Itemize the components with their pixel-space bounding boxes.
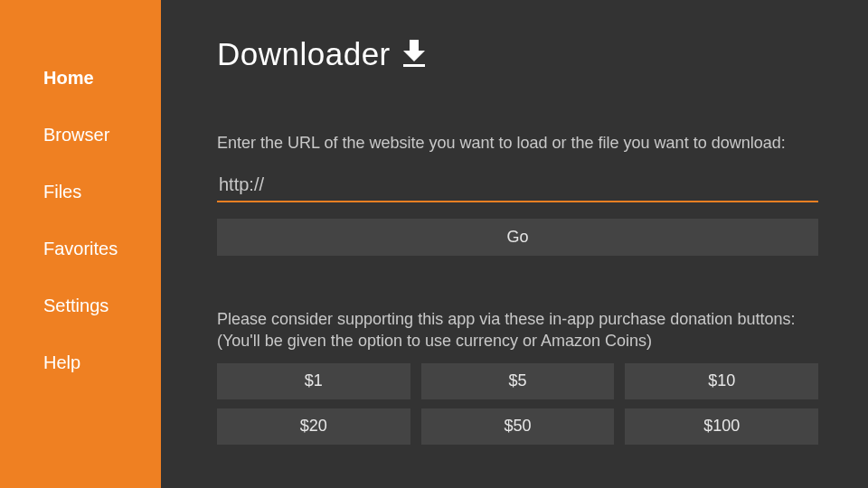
donation-button-50[interactable]: $50 — [421, 408, 615, 445]
svg-rect-0 — [403, 64, 425, 67]
sidebar-item-help[interactable]: Help — [0, 334, 161, 391]
sidebar-item-favorites[interactable]: Favorites — [0, 221, 161, 277]
download-icon — [401, 40, 427, 69]
go-button[interactable]: Go — [217, 219, 818, 256]
url-input-row — [217, 171, 818, 202]
donation-button-100[interactable]: $100 — [625, 408, 818, 445]
sidebar-item-settings[interactable]: Settings — [0, 277, 161, 334]
url-input[interactable] — [219, 174, 816, 195]
donation-text-line2: (You'll be given the option to use curre… — [217, 332, 652, 350]
title-row: Downloader — [217, 36, 818, 72]
sidebar-item-browser[interactable]: Browser — [0, 107, 161, 164]
donation-grid: $1 $5 $10 $20 $50 $100 — [217, 363, 818, 445]
donation-text-line1: Please consider supporting this app via … — [217, 310, 795, 328]
donation-button-20[interactable]: $20 — [217, 408, 410, 445]
sidebar: Home Browser Files Favorites Settings He… — [0, 0, 161, 488]
sidebar-item-files[interactable]: Files — [0, 164, 161, 221]
app-title: Downloader — [217, 36, 391, 72]
donation-button-1[interactable]: $1 — [217, 363, 410, 399]
donation-button-5[interactable]: $5 — [421, 363, 615, 399]
donation-button-10[interactable]: $10 — [625, 363, 818, 399]
main-content: Downloader Enter the URL of the website … — [161, 0, 868, 488]
donation-text: Please consider supporting this app via … — [217, 308, 818, 352]
sidebar-item-home[interactable]: Home — [0, 50, 161, 107]
url-instruction: Enter the URL of the website you want to… — [217, 134, 818, 153]
